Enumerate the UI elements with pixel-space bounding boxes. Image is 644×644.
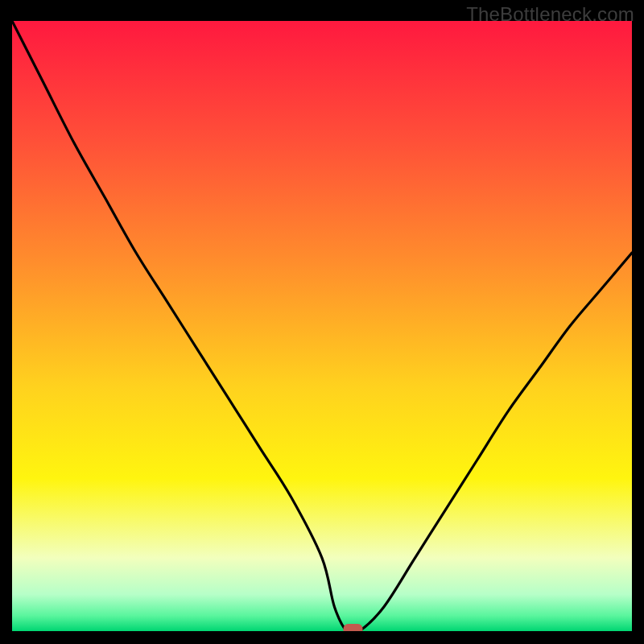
optimal-point-marker (344, 624, 363, 631)
gradient-background (12, 21, 632, 631)
bottleneck-curve-chart (12, 21, 632, 631)
chart-frame: TheBottleneck.com (0, 0, 644, 644)
plot-area (12, 21, 632, 631)
watermark-text: TheBottleneck.com (466, 3, 634, 26)
